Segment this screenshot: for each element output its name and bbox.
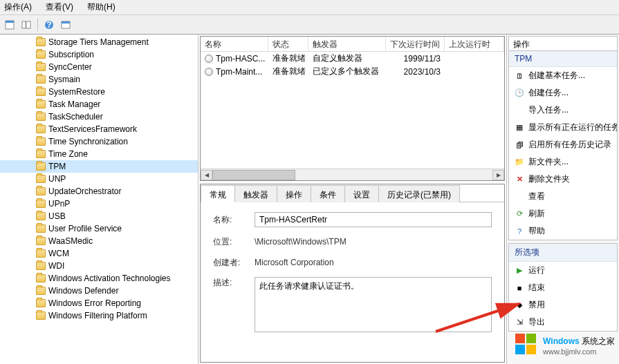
name-field[interactable] (255, 212, 492, 227)
tree-item-unp[interactable]: UNP (0, 173, 198, 185)
tree-item-windows-activation-technologies[interactable]: Windows Activation Technologies (0, 272, 198, 285)
tree-item-label: UpdateOrchestrator (48, 186, 121, 196)
tree-item-textservicesframework[interactable]: TextServicesFramework (0, 123, 198, 135)
tree-item-wdi[interactable]: WDI (0, 260, 198, 272)
tree-item-task-manager[interactable]: Task Manager (0, 98, 198, 111)
action-view[interactable]: 查看 (509, 188, 617, 205)
action-run[interactable]: ▶运行 (509, 262, 617, 279)
action-new-folder[interactable]: 📁新文件夹... (509, 153, 617, 171)
task-row[interactable]: Tpm-Maint...准备就绪已定义多个触发器2023/10/3 (201, 65, 504, 78)
tree-panel[interactable]: Storage Tiers ManagementSubscriptionSync… (0, 35, 198, 364)
tree-item-label: WCM (48, 249, 69, 258)
col-name[interactable]: 名称 (201, 37, 268, 51)
action-label: 导入任务... (528, 104, 569, 116)
author-value: Microsoft Corporation (255, 256, 492, 269)
tree-item-time-synchronization[interactable]: Time Synchronization (0, 135, 198, 148)
task-rows: Tpm-HASC...准备就绪自定义触发器1999/11/3Tpm-Maint.… (201, 52, 504, 169)
action-delete-folder[interactable]: ✕删除文件夹 (509, 171, 617, 188)
tree-item-systemrestore[interactable]: SystemRestore (0, 86, 198, 98)
toolbar-btn-4[interactable] (59, 18, 73, 32)
action-label: 帮助 (528, 225, 545, 237)
action-create[interactable]: 🕒创建任务... (509, 84, 617, 102)
help-icon[interactable]: ? (42, 18, 56, 32)
tree-item-label: WaaSMedic (48, 236, 93, 246)
tree-item-user-profile-service[interactable]: User Profile Service (0, 222, 198, 235)
tree-item-storage-tiers-management[interactable]: Storage Tiers Management (0, 36, 198, 48)
folder-icon (36, 224, 46, 233)
tab-history[interactable]: 历史记录(已禁用) (378, 185, 460, 202)
desc-label: 描述: (213, 277, 248, 289)
tab-conditions[interactable]: 条件 (311, 185, 345, 202)
svg-rect-7 (62, 21, 70, 23)
tree-item-windows-defender[interactable]: Windows Defender (0, 285, 198, 297)
action-label: 删除文件夹 (528, 173, 570, 185)
tree-item-subscription[interactable]: Subscription (0, 48, 198, 61)
tree-item-label: USB (48, 211, 66, 221)
toolbar-btn-2[interactable] (19, 18, 33, 32)
action-create-basic[interactable]: 🗓创建基本任务... (509, 67, 617, 84)
action-export[interactable]: ⇲导出 (509, 314, 617, 331)
folder-icon (36, 262, 46, 270)
menu-action[interactable]: 操作(A) (4, 1, 32, 13)
action-end[interactable]: ■结束 (509, 279, 617, 296)
action-disable[interactable]: ◆禁用 (509, 296, 617, 314)
task-row[interactable]: Tpm-HASC...准备就绪自定义触发器1999/11/3 (201, 52, 504, 65)
tree-item-label: Time Zone (48, 149, 88, 159)
action-show-running[interactable]: ▦显示所有正在运行的任务 (509, 119, 617, 136)
tree-item-tpm[interactable]: TPM (0, 160, 198, 173)
desc-field[interactable]: 此任务请求健康认证证书。 (255, 277, 492, 332)
tree-item-label: Windows Error Reporting (48, 298, 141, 308)
folder-icon: 📁 (515, 157, 524, 167)
tab-general[interactable]: 常规 (201, 185, 235, 202)
svg-rect-3 (26, 21, 30, 28)
col-next[interactable]: 下次运行时间 (386, 37, 445, 51)
task-state: 准备就绪 (268, 52, 308, 64)
action-enable-history[interactable]: 🗐启用所有任务历史记录 (509, 136, 617, 153)
task-item-icon (205, 68, 213, 76)
scroll-thumb[interactable] (212, 170, 295, 180)
refresh-icon: ⟳ (515, 209, 524, 219)
folder-icon (36, 237, 46, 245)
action-import[interactable]: 导入任务... (509, 102, 617, 119)
tab-settings[interactable]: 设置 (344, 185, 379, 202)
toolbar-btn-1[interactable] (3, 18, 17, 32)
action-help[interactable]: ?帮助 (509, 222, 617, 240)
tree-item-wcm[interactable]: WCM (0, 247, 198, 260)
tab-triggers[interactable]: 触发器 (234, 185, 277, 202)
action-label: 新文件夹... (528, 156, 569, 168)
folder-icon (36, 137, 46, 146)
action-refresh[interactable]: ⟳刷新 (509, 205, 617, 222)
tree-item-sysmain[interactable]: Sysmain (0, 73, 198, 86)
scroll-left-icon[interactable]: ◀ (201, 170, 212, 180)
menu-help[interactable]: 帮助(H) (87, 1, 116, 13)
tree-item-time-zone[interactable]: Time Zone (0, 148, 198, 160)
tree-item-upnp[interactable]: UPnP (0, 198, 198, 210)
tree-item-usb[interactable]: USB (0, 210, 198, 222)
scroll-right-icon[interactable]: ▶ (492, 170, 504, 180)
col-state[interactable]: 状态 (268, 37, 308, 51)
tree-item-updateorchestrator[interactable]: UpdateOrchestrator (0, 185, 198, 198)
folder-icon (36, 249, 46, 258)
col-last[interactable]: 上次运行时 (445, 37, 504, 51)
tree-item-windows-error-reporting[interactable]: Windows Error Reporting (0, 297, 198, 309)
col-trigger[interactable]: 触发器 (308, 37, 386, 51)
delete-icon: ✕ (515, 175, 524, 184)
folder-icon (36, 150, 46, 158)
tree-item-label: TPM (48, 162, 66, 171)
tree-item-label: UNP (48, 174, 66, 184)
tree-item-windows-filtering-platform[interactable]: Windows Filtering Platform (0, 309, 198, 322)
tree-item-synccenter[interactable]: SyncCenter (0, 61, 198, 73)
folder-icon (36, 187, 46, 195)
menu-view[interactable]: 查看(V) (46, 1, 73, 13)
main-area: Storage Tiers ManagementSubscriptionSync… (0, 35, 619, 364)
tree-item-label: SyncCenter (48, 62, 92, 72)
actions-section-tpm: TPM 🗓创建基本任务... 🕒创建任务... 导入任务... ▦显示所有正在运… (508, 51, 618, 240)
action-label: 运行 (528, 265, 545, 276)
tab-action[interactable]: 操作 (277, 185, 311, 202)
tree-item-waasmedic[interactable]: WaaSMedic (0, 235, 198, 247)
svg-rect-1 (6, 21, 14, 23)
horizontal-scrollbar[interactable]: ◀ ▶ (201, 169, 504, 180)
tree-item-taskscheduler[interactable]: TaskScheduler (0, 111, 198, 123)
location-label: 位置: (213, 236, 248, 248)
folder-icon (36, 299, 46, 307)
